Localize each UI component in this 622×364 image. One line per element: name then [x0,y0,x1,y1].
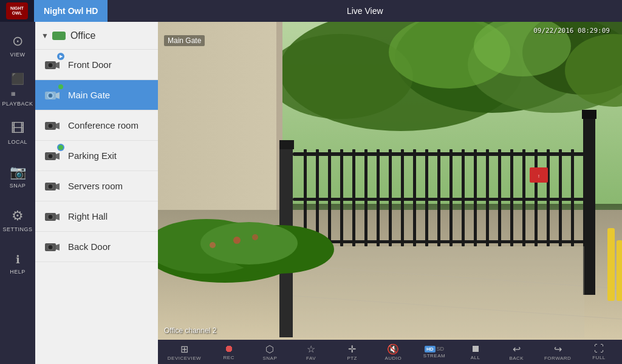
svg-rect-61 [437,149,440,246]
sidebar-item-view[interactable]: ⊙ VIEW [1,24,34,67]
sidebar-item-playback[interactable]: ⬛▦ PLAYBACK [1,68,34,110]
camera-item-servers-room[interactable]: Servers room [35,171,158,201]
deviceview-button[interactable]: ⊞ DEVICEVIEW [164,341,205,363]
camera-name-back-door: Back Door [68,241,111,252]
app-logo-inner: NIGHTOWL [6,2,28,19]
icon-bar: ⊙ VIEW ⬛▦ PLAYBACK 🎞 LOCAL 📷 SNAP ⚙ SETT… [0,22,35,364]
svg-marker-3 [56,62,60,69]
badge-blue-front-door: ▶ [57,53,64,60]
svg-rect-52 [328,149,331,246]
full-icon: ⛶ [594,343,604,354]
svg-rect-66 [498,149,501,246]
fav-button[interactable]: ☆ FAV [294,341,328,363]
settings-label: SETTINGS [2,226,32,232]
camera-item-conference-room[interactable]: Conference room [35,110,158,141]
svg-rect-72 [571,149,574,246]
audio-label: AUDIO [384,356,402,361]
back-label: BACK [509,356,524,361]
local-label: LOCAL [8,139,27,145]
window-title-label: Live View [347,6,383,16]
camera-name-servers-room: Servers room [68,181,123,191]
svg-rect-62 [449,149,453,246]
back-icon: ↩ [513,343,521,355]
svg-rect-81 [607,228,615,301]
stream-label: STREAM [423,353,445,359]
svg-rect-73 [293,246,584,337]
svg-rect-58 [401,149,404,246]
camera-item-back-door[interactable]: Back Door [35,232,158,262]
svg-rect-65 [486,149,489,246]
svg-rect-46 [582,110,596,119]
app-logo: NIGHTOWL [0,0,34,22]
svg-marker-7 [56,92,60,99]
camera-icon-main-gate [43,86,62,105]
camera-name-main-gate: Main Gate [68,90,110,100]
video-timestamp: 09/22/2016 08:29:09 [533,27,610,35]
camera-item-front-door[interactable]: ▶ Front Door [35,50,158,80]
ptz-label: PTZ [347,356,357,361]
svg-rect-71 [559,149,562,246]
app-name-label: Night Owl HD [44,6,98,16]
group-header-office[interactable]: ▼ Office [35,22,158,50]
svg-point-80 [210,242,216,248]
camera-item-right-hall[interactable]: Right Hall [35,201,158,232]
all-button[interactable]: ⏹ ALL [459,341,493,363]
forward-button[interactable]: ↪ FORWARD [541,341,575,363]
svg-point-14 [49,155,52,158]
snap-button[interactable]: ⬡ SNAP [253,341,287,363]
svg-rect-70 [547,149,550,246]
svg-rect-55 [364,149,367,246]
deviceview-icon: ⊞ [180,343,188,355]
svg-point-78 [233,237,241,244]
audio-button[interactable]: 🔇 AUDIO [376,341,410,363]
title-bar: NIGHTOWL Night Owl HD Live View [0,0,622,22]
svg-point-10 [49,124,52,127]
sidebar-item-snap[interactable]: 📷 SNAP [1,155,34,198]
camera-item-parking-exit[interactable]: Parking Exit [35,141,158,171]
sidebar-item-help[interactable]: ℹ HELP [1,243,34,285]
full-button[interactable]: ⛶ FULL [582,341,616,363]
ptz-button[interactable]: ✛ PTZ [335,341,369,363]
svg-rect-69 [535,149,538,246]
playback-icon: ⬛▦ [11,72,24,98]
fav-icon: ☆ [307,343,315,355]
svg-marker-27 [56,244,60,251]
view-icon: ⊙ [12,33,23,49]
window-title: Live View [108,6,622,16]
sidebar-item-local[interactable]: 🎞 LOCAL [1,112,34,154]
all-label: ALL [471,355,480,360]
svg-point-22 [49,215,52,218]
camera-item-main-gate[interactable]: Main Gate [35,80,158,110]
video-area: ! 09/22/2016 08:29:09 Main Gate Office c… [158,22,622,364]
rec-icon: ⏺ [224,343,234,354]
rec-button[interactable]: ⏺ REC [212,341,246,363]
stream-icon: HD SD [425,346,444,352]
svg-point-18 [49,185,52,188]
rec-label: REC [224,355,234,360]
fav-label: FAV [306,356,316,361]
camera-name-parking-exit: Parking Exit [68,150,117,161]
svg-marker-19 [56,183,60,190]
stream-button[interactable]: HD SD STREAM [417,341,451,363]
snap-icon: 📷 [10,164,26,180]
playback-label: PLAYBACK [2,101,33,107]
back-button[interactable]: ↩ BACK [499,341,533,363]
svg-marker-11 [56,123,60,129]
svg-rect-53 [340,149,343,246]
deviceview-label: DEVICEVIEW [168,356,201,361]
camera-icon-conference-room [43,116,62,135]
svg-point-26 [49,246,52,249]
svg-rect-44 [279,140,294,149]
svg-marker-23 [56,214,60,220]
app-title: Night Owl HD [34,0,108,22]
svg-rect-54 [352,149,355,246]
camera-icon-servers-room [43,177,62,196]
svg-rect-64 [474,149,477,246]
left-panel: ⊙ VIEW ⬛▦ PLAYBACK 🎞 LOCAL 📷 SNAP ⚙ SETT… [0,22,158,364]
svg-rect-67 [510,149,513,246]
camera-icon-right-hall [43,207,62,226]
camera-icon-back-door [43,237,62,257]
sidebar-item-settings[interactable]: ⚙ SETTINGS [1,199,34,241]
svg-rect-82 [617,240,622,301]
video-feed: ! 09/22/2016 08:29:09 Main Gate Office c… [158,22,622,340]
